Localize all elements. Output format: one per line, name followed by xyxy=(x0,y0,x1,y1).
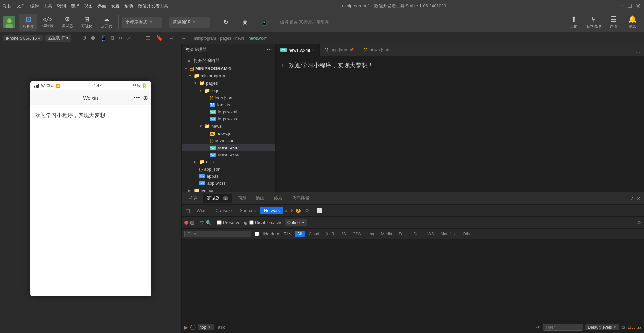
news-wxss-file[interactable]: WX news.wxss xyxy=(182,151,275,158)
breadcrumb-news[interactable]: news xyxy=(235,36,245,41)
upload-btn[interactable]: ⬆ 上传 xyxy=(565,14,582,31)
copy-icon[interactable]: ⧉ xyxy=(109,34,116,42)
debugger-btn[interactable]: ⚙ 调试器 xyxy=(58,14,76,31)
device-selector[interactable]: iPhone 5 85% 16 ▾ xyxy=(3,35,43,41)
close-button[interactable]: ✕ xyxy=(636,2,641,10)
console-play-icon[interactable]: ▶ xyxy=(184,325,188,330)
logs-ts-file[interactable]: TS logs.ts xyxy=(182,101,275,108)
devtools-more-icon[interactable]: » xyxy=(285,208,287,213)
filter-cloud[interactable]: Cloud xyxy=(306,231,322,237)
maximize-button[interactable]: □ xyxy=(628,2,632,10)
devtools-undock-icon[interactable]: ⬜ xyxy=(317,208,322,213)
tab-more-icon[interactable]: ⋯ xyxy=(632,49,644,56)
logs-wxml-file[interactable]: WX logs.wxml xyxy=(182,108,275,115)
filter-img[interactable]: Img xyxy=(365,231,377,237)
miniprogram-folder[interactable]: ▼ 📁 miniprogram xyxy=(182,72,275,79)
phone-size-icon[interactable]: 📱 xyxy=(98,34,108,42)
editor-content[interactable]: 1 欢迎学习小程序，实现大梦想！ xyxy=(276,56,644,192)
network-settings-icon[interactable]: ⚙ xyxy=(637,220,641,225)
app-json-file[interactable]: {·} app.json xyxy=(182,165,275,173)
record-button[interactable] xyxy=(184,221,188,225)
rotate-icon[interactable]: ↺ xyxy=(80,34,88,42)
filter-css[interactable]: CSS xyxy=(350,231,364,237)
menu-help[interactable]: 帮助 xyxy=(124,3,133,9)
menu-view[interactable]: 视图 xyxy=(84,3,93,9)
online-selector[interactable]: Online ▼ xyxy=(285,219,307,226)
back-icon[interactable]: ← xyxy=(167,35,176,42)
logs-wxss-file[interactable]: WX logs.wxss xyxy=(182,115,275,122)
tab-build[interactable]: 构建 xyxy=(185,194,202,203)
user-avatar[interactable] xyxy=(3,16,15,28)
menu-select[interactable]: 选择 xyxy=(71,3,79,9)
console-filter-input[interactable] xyxy=(543,324,583,331)
devtab-console[interactable]: Console xyxy=(212,207,235,214)
list-icon[interactable]: ☰ xyxy=(144,34,152,42)
news-wxml-file[interactable]: WX news.wxml xyxy=(182,144,275,151)
tab-news-json[interactable]: {·} news.json xyxy=(359,44,394,56)
window-controls[interactable]: ─ □ ✕ xyxy=(619,2,641,10)
visible-btn[interactable]: ⊞ 可视化 xyxy=(78,14,95,31)
menu-edit[interactable]: 编辑 xyxy=(30,3,39,9)
devtab-wxml[interactable]: Wxml xyxy=(193,207,211,214)
menu-interface[interactable]: 界面 xyxy=(97,3,106,9)
utils-folder[interactable]: ▶ 📁 utils xyxy=(182,158,275,165)
level-selector[interactable]: Default levels ▼ xyxy=(585,324,619,330)
filter-media[interactable]: Media xyxy=(378,231,395,237)
open-editors-section[interactable]: ▶ 打开的编辑器 xyxy=(182,57,275,65)
root-folder[interactable]: ▼ ▤ MINIPROGRAM-1 xyxy=(182,65,275,72)
filter-manifest[interactable]: Manifest xyxy=(438,231,458,237)
msg-btn[interactable]: 🔔 消息 xyxy=(624,14,641,31)
filter-font[interactable]: Font xyxy=(396,231,409,237)
tab-debugger[interactable]: 调试器 2 xyxy=(203,194,232,203)
filter-icon[interactable]: ▽ xyxy=(200,220,204,225)
devtools-menu-icon[interactable]: ⋮ xyxy=(311,208,315,213)
refresh-btn[interactable]: ↻ xyxy=(217,14,234,31)
console-tab-active[interactable]: top ▼ xyxy=(198,324,214,330)
minimize-button[interactable]: ─ xyxy=(619,2,624,10)
tab-terminal[interactable]: 终端 xyxy=(270,194,287,203)
panel-close-icon[interactable]: ✕ xyxy=(637,196,641,201)
simulator-btn[interactable]: ⊡ 模拟器 xyxy=(19,14,37,31)
detail-btn[interactable]: ☰ 详情 xyxy=(605,14,622,31)
panel-collapse-icon[interactable]: ∧ xyxy=(631,196,634,201)
search-icon[interactable]: 🔍 xyxy=(206,220,211,225)
devtab-sources[interactable]: Sources xyxy=(236,207,259,214)
menu-bar[interactable]: 项目 文件 编辑 工具 转到 选择 视图 界面 设置 帮助 微信开发者工具 xyxy=(3,3,168,9)
compile-selector[interactable]: 普通编译 ▼ xyxy=(169,17,210,28)
news-js-file[interactable]: JS news.js xyxy=(182,130,275,137)
disable-cache-checkbox[interactable]: Disable cache xyxy=(249,220,283,225)
console-task-label[interactable]: Task xyxy=(216,325,225,330)
record-icon[interactable]: ⏺ xyxy=(89,34,97,42)
tab-news-wxml-close[interactable]: ✕ xyxy=(312,48,315,52)
menu-project[interactable]: 项目 xyxy=(3,3,12,9)
menu-goto[interactable]: 转到 xyxy=(57,3,66,9)
tab-issues[interactable]: 问题 xyxy=(234,194,250,203)
mode-selector[interactable]: 小程序模式 ▼ xyxy=(122,17,162,28)
logs-json-file[interactable]: {·} logs.json xyxy=(182,94,275,101)
stop-button[interactable] xyxy=(190,221,194,225)
console-eye-icon[interactable]: 👁 xyxy=(536,325,541,330)
editor-btn[interactable]: </> 编辑器 xyxy=(39,14,56,31)
filter-doc[interactable]: Doc xyxy=(411,231,423,237)
typings-folder[interactable]: ▶ 📁 typings xyxy=(182,187,275,192)
pages-folder[interactable]: ▼ 📁 pages xyxy=(182,79,275,87)
filter-js[interactable]: JS xyxy=(338,231,349,237)
devtab-network[interactable]: Network xyxy=(260,207,283,214)
version-btn[interactable]: ⑂ 版本管理 xyxy=(584,14,603,31)
cursor-icon[interactable]: ↗ xyxy=(125,34,133,42)
bookmark-icon[interactable]: 🔖 xyxy=(155,34,165,42)
app-ts-file[interactable]: TS app.ts xyxy=(182,173,275,180)
tab-app-json[interactable]: {·} app.json 📌 xyxy=(320,44,359,56)
preview-btn[interactable]: ◉ xyxy=(236,14,254,31)
forward-icon[interactable]: → xyxy=(179,35,188,42)
console-settings-icon[interactable]: ⚙ xyxy=(621,325,626,330)
breadcrumb-miniprogram[interactable]: miniprogram xyxy=(194,36,216,41)
cut-icon[interactable]: ✂ xyxy=(117,34,124,42)
cloud-btn[interactable]: ☁ 云开发 xyxy=(97,14,115,31)
preserve-log-checkbox[interactable]: Preserve log xyxy=(217,220,247,225)
filter-ws[interactable]: WS xyxy=(425,231,437,237)
news-folder[interactable]: ▼ 📁 news xyxy=(182,122,275,130)
app-wxss-file[interactable]: WX app.wxss xyxy=(182,180,275,187)
filter-input[interactable] xyxy=(184,231,251,237)
menu-settings[interactable]: 设置 xyxy=(111,3,120,9)
